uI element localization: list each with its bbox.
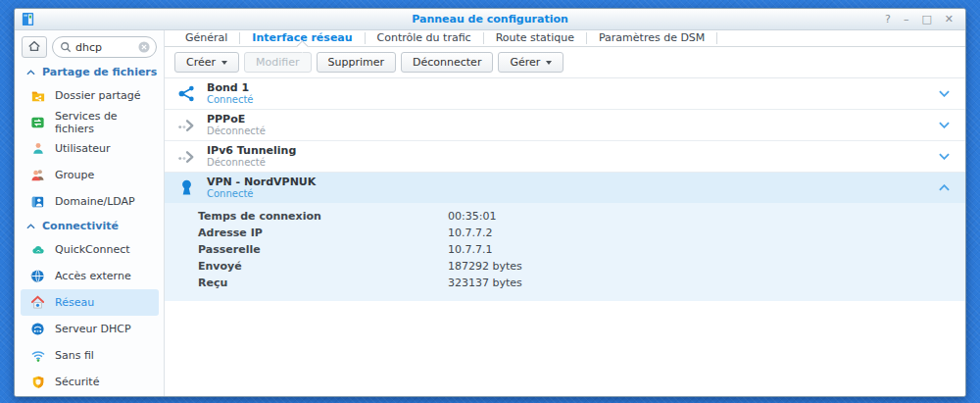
dhcp-server-icon [29, 322, 46, 337]
chevron-up-icon[interactable] [939, 184, 950, 191]
tab-controle-trafic[interactable]: Contrôle du trafic [366, 30, 483, 46]
network-icon [29, 295, 46, 311]
section-header-partage[interactable]: Partage de fichiers [15, 61, 164, 82]
group-icon [29, 168, 46, 183]
home-button[interactable] [22, 36, 47, 58]
shared-folder-icon [29, 88, 46, 104]
sidebar-item-groupe[interactable]: Groupe [21, 162, 159, 188]
detail-row-gateway: Passerelle 10.7.7.1 [165, 241, 965, 258]
interface-name: IPv6 Tunneling [207, 144, 939, 157]
clear-search-icon[interactable] [138, 38, 150, 57]
dots-arrow-icon [173, 147, 200, 166]
interface-status: Connecté [207, 94, 939, 106]
section-header-connectivite[interactable]: Connectivité [15, 215, 164, 236]
interface-row-ipv6-tunneling[interactable]: IPv6 Tunneling Déconnecté [165, 141, 965, 173]
dropdown-caret-icon [221, 61, 227, 65]
sidebar-item-services-fichiers[interactable]: Services de fichiers [21, 109, 159, 135]
interface-name: VPN - NordVPNUK [207, 176, 939, 188]
interface-row-bond1[interactable]: Bond 1 Connecté [165, 78, 965, 110]
network-interface-list: Bond 1 Connecté PPPoE Déconnecté [165, 77, 965, 301]
domain-ldap-icon [29, 194, 46, 210]
home-icon [27, 38, 41, 57]
chevron-down-icon[interactable] [939, 122, 950, 128]
tab-route-statique[interactable]: Route statique [484, 30, 586, 46]
detail-row-ip-address: Adresse IP 10.7.7.2 [165, 225, 965, 241]
sidebar-item-quickconnect[interactable]: QuickConnect [21, 236, 159, 263]
interface-status: Connecté [207, 188, 939, 200]
sidebar-item-reseau[interactable]: Réseau [21, 289, 159, 316]
maximize-icon[interactable]: □ [921, 14, 931, 25]
bond-icon [173, 84, 200, 103]
edit-button: Modifier [244, 52, 311, 73]
window-controls: ? – □ ✕ [885, 14, 954, 25]
titlebar[interactable]: Panneau de configuration ? – □ ✕ [15, 9, 965, 30]
security-icon [29, 375, 46, 390]
sidebar-item-acces-externe[interactable]: Accès externe [21, 263, 159, 289]
window-title: Panneau de configuration [15, 13, 965, 25]
minimize-icon[interactable]: – [904, 14, 909, 25]
search-input[interactable] [75, 41, 134, 54]
interface-name: Bond 1 [207, 81, 939, 94]
vpn-connection-details: Temps de connexion 00:35:01 Adresse IP 1… [165, 203, 965, 301]
sidebar-item-dossier-partage[interactable]: Dossier partagé [21, 82, 159, 109]
help-icon[interactable]: ? [885, 14, 891, 25]
manage-button[interactable]: Gérer [498, 52, 564, 73]
main-panel: Général Interface réseau Contrôle du tra… [165, 30, 965, 396]
interface-status: Déconnecté [207, 157, 939, 169]
interface-status: Déconnecté [207, 126, 939, 137]
chevron-down-icon[interactable] [939, 153, 950, 160]
sidebar-item-securite[interactable]: Sécurité [21, 369, 159, 395]
detail-row-received: Reçu 323137 bytes [165, 275, 965, 291]
dropdown-caret-icon [546, 61, 552, 65]
detail-row-connection-time: Temps de connexion 00:35:01 [165, 208, 965, 225]
tab-parametres-dsm[interactable]: Paramètres de DSM [587, 30, 716, 46]
create-button[interactable]: Créer [174, 52, 239, 73]
external-access-icon [29, 269, 46, 284]
delete-button[interactable]: Supprimer [317, 52, 397, 73]
sidebar-item-domaine-ldap[interactable]: Domaine/LDAP [21, 188, 159, 215]
tab-bar: Général Interface réseau Contrôle du tra… [165, 30, 965, 47]
interface-row-pppoe[interactable]: PPPoE Déconnecté [165, 110, 965, 141]
sidebar-item-utilisateur[interactable]: Utilisateur [21, 135, 159, 162]
sidebar-item-sans-fil[interactable]: Sans fil [21, 342, 159, 369]
toolbar: Créer Modifier Supprimer Déconnecter Gér… [165, 47, 965, 77]
search-box [52, 36, 157, 58]
disconnect-button[interactable]: Déconnecter [401, 52, 493, 73]
chevron-up-icon [26, 220, 35, 232]
tab-interface-reseau[interactable]: Interface réseau [240, 30, 364, 46]
tab-divider [716, 32, 717, 44]
tab-general[interactable]: Général [173, 30, 239, 46]
sidebar-nav: Partage de fichiers Dossier partagé Serv… [15, 61, 164, 395]
search-icon [60, 38, 72, 57]
control-panel-window: Panneau de configuration ? – □ ✕ [14, 8, 966, 397]
chevron-up-icon [26, 66, 35, 78]
vpn-keyhole-icon [173, 178, 200, 197]
quickconnect-icon [29, 242, 46, 258]
wireless-icon [29, 348, 46, 364]
dots-arrow-icon [173, 116, 200, 134]
control-panel-app-icon [21, 12, 35, 26]
sidebar: Partage de fichiers Dossier partagé Serv… [15, 30, 165, 396]
file-services-icon [29, 115, 46, 130]
user-icon [29, 141, 46, 157]
close-icon[interactable]: ✕ [945, 14, 954, 25]
sidebar-item-serveur-dhcp[interactable]: Serveur DHCP [21, 316, 159, 342]
chevron-down-icon[interactable] [939, 90, 950, 97]
interface-name: PPPoE [207, 113, 939, 126]
detail-row-sent: Envoyé 187292 bytes [165, 258, 965, 275]
interface-row-vpn-nordvpnuk[interactable]: VPN - NordVPNUK Connecté [165, 173, 965, 203]
